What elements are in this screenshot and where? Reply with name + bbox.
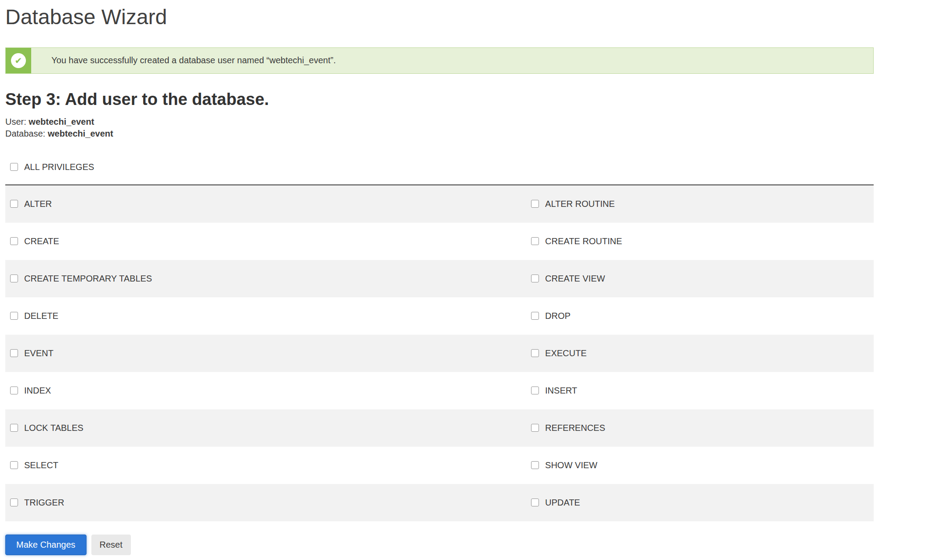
privilege-cell-right: REFERENCES (531, 423, 874, 434)
privilege-option[interactable]: DROP (531, 311, 571, 321)
success-alert: ✔ You have successfully created a databa… (5, 47, 874, 74)
privilege-row: ALTERALTER ROUTINE (5, 185, 874, 223)
privilege-checkbox[interactable] (531, 424, 539, 432)
privilege-checkbox[interactable] (10, 349, 18, 357)
privilege-cell-right: INSERT (531, 386, 874, 397)
database-label: Database: (5, 129, 45, 138)
user-line: User: webtechi_event (5, 116, 929, 128)
database-value: webtechi_event (48, 129, 113, 138)
privilege-option[interactable]: INDEX (10, 386, 51, 396)
privilege-checkbox[interactable] (531, 312, 539, 320)
privilege-label: ALTER (24, 199, 52, 209)
privilege-cell-right: EXECUTE (531, 348, 874, 359)
privilege-cell-left: LOCK TABLES (5, 423, 531, 434)
privilege-label: CREATE ROUTINE (545, 236, 622, 246)
privilege-checkbox[interactable] (531, 275, 539, 282)
page: Database Wizard ✔ You have successfully … (0, 0, 929, 555)
privilege-label: CREATE (24, 236, 59, 246)
privilege-option[interactable]: EVENT (10, 348, 54, 358)
privilege-option[interactable]: EXECUTE (531, 348, 586, 358)
privilege-checkbox[interactable] (10, 275, 18, 282)
privilege-checkbox[interactable] (531, 387, 539, 394)
privilege-checkbox[interactable] (10, 424, 18, 432)
privilege-cell-right: UPDATE (531, 498, 874, 509)
make-changes-button[interactable]: Make Changes (5, 535, 87, 555)
privileges-table: ALTERALTER ROUTINECREATECREATE ROUTINECR… (5, 184, 874, 521)
privilege-row: EVENTEXECUTE (5, 335, 874, 372)
privilege-option[interactable]: CREATE VIEW (531, 274, 605, 284)
privilege-label: DROP (545, 311, 571, 321)
privilege-checkbox[interactable] (10, 461, 18, 469)
privilege-label: UPDATE (545, 498, 580, 508)
privilege-row: INDEXINSERT (5, 372, 874, 409)
privilege-label: ALTER ROUTINE (545, 199, 615, 209)
privilege-cell-right: ALTER ROUTINE (531, 199, 874, 210)
database-line: Database: webtechi_event (5, 128, 929, 140)
actions-bar: Make Changes Reset (5, 535, 929, 555)
privilege-label: LOCK TABLES (24, 423, 83, 433)
privilege-checkbox[interactable] (10, 387, 18, 394)
privilege-checkbox[interactable] (531, 461, 539, 469)
privilege-row: CREATECREATE ROUTINE (5, 223, 874, 260)
privilege-checkbox[interactable] (531, 237, 539, 245)
privilege-option[interactable]: REFERENCES (531, 423, 605, 433)
step-heading: Step 3: Add user to the database. (5, 90, 929, 109)
privilege-row: SELECTSHOW VIEW (5, 447, 874, 484)
privilege-checkbox[interactable] (531, 349, 539, 357)
privilege-label: REFERENCES (545, 423, 605, 433)
privilege-option[interactable]: INSERT (531, 386, 577, 396)
privilege-cell-left: INDEX (5, 386, 531, 397)
privilege-option[interactable]: CREATE TEMPORARY TABLES (10, 274, 152, 284)
all-privileges-label: ALL PRIVILEGES (24, 162, 94, 172)
privilege-label: INSERT (545, 386, 577, 396)
privilege-option[interactable]: LOCK TABLES (10, 423, 83, 433)
privilege-label: EXECUTE (545, 348, 586, 358)
privilege-checkbox[interactable] (10, 237, 18, 245)
all-privileges-checkbox[interactable] (10, 163, 18, 171)
privilege-cell-left: SELECT (5, 460, 531, 471)
privilege-label: SELECT (24, 460, 58, 470)
privilege-cell-left: CREATE TEMPORARY TABLES (5, 274, 531, 285)
privilege-label: CREATE VIEW (545, 274, 605, 284)
privilege-label: EVENT (24, 348, 54, 358)
user-value: webtechi_event (29, 117, 94, 126)
all-privileges-option[interactable]: ALL PRIVILEGES (10, 162, 94, 172)
privilege-label: TRIGGER (24, 498, 64, 508)
privilege-cell-right: CREATE VIEW (531, 274, 874, 285)
privilege-row: TRIGGERUPDATE (5, 484, 874, 521)
privilege-cell-left: ALTER (5, 199, 531, 210)
privilege-row: DELETEDROP (5, 297, 874, 335)
privilege-option[interactable]: ALTER ROUTINE (531, 199, 615, 209)
reset-button[interactable]: Reset (91, 535, 131, 555)
privilege-checkbox[interactable] (10, 200, 18, 208)
privilege-cell-right: CREATE ROUTINE (531, 236, 874, 247)
check-circle-icon: ✔ (11, 53, 26, 68)
privilege-checkbox[interactable] (10, 312, 18, 320)
privilege-checkbox[interactable] (10, 499, 18, 506)
privilege-checkbox[interactable] (531, 499, 539, 506)
privilege-option[interactable]: SELECT (10, 460, 58, 470)
all-privileges-row: ALL PRIVILEGES (5, 162, 929, 172)
privilege-checkbox[interactable] (531, 200, 539, 208)
privilege-option[interactable]: CREATE ROUTINE (531, 236, 622, 246)
privilege-option[interactable]: DELETE (10, 311, 58, 321)
privilege-cell-right: SHOW VIEW (531, 460, 874, 471)
privilege-label: INDEX (24, 386, 51, 396)
privilege-row: LOCK TABLESREFERENCES (5, 409, 874, 447)
privilege-label: DELETE (24, 311, 58, 321)
privilege-cell-left: EVENT (5, 348, 531, 359)
privilege-option[interactable]: ALTER (10, 199, 52, 209)
privilege-option[interactable]: CREATE (10, 236, 59, 246)
privilege-label: CREATE TEMPORARY TABLES (24, 274, 152, 284)
privilege-cell-left: TRIGGER (5, 498, 531, 509)
page-title: Database Wizard (5, 4, 929, 30)
user-label: User: (5, 117, 26, 126)
privilege-cell-left: DELETE (5, 311, 531, 322)
alert-message: You have successfully created a database… (31, 48, 336, 73)
privilege-label: SHOW VIEW (545, 460, 597, 470)
privilege-option[interactable]: TRIGGER (10, 498, 64, 508)
privilege-cell-right: DROP (531, 311, 874, 322)
privilege-option[interactable]: UPDATE (531, 498, 580, 508)
privilege-row: CREATE TEMPORARY TABLESCREATE VIEW (5, 260, 874, 297)
privilege-option[interactable]: SHOW VIEW (531, 460, 597, 470)
